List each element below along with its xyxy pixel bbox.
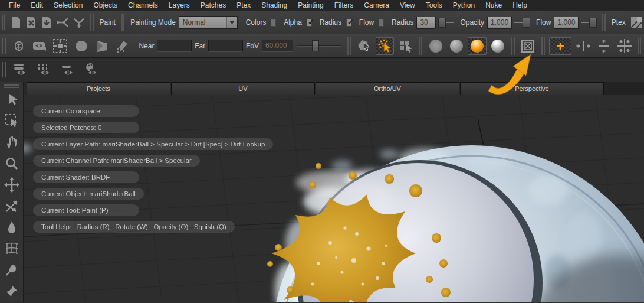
far-input[interactable] <box>208 40 243 52</box>
pan-tool-button[interactable] <box>1 132 23 153</box>
menu-patches[interactable]: Patches <box>195 0 231 11</box>
radius-input[interactable]: 30 <box>416 17 436 29</box>
close-project-button[interactable] <box>25 14 38 31</box>
select-objects-button[interactable] <box>355 37 373 55</box>
ptex-setup-button[interactable] <box>630 14 643 31</box>
airbrush-button[interactable] <box>113 37 132 55</box>
show-selected-button[interactable] <box>31 37 49 55</box>
pin-tool-button[interactable] <box>1 281 23 302</box>
menu-file[interactable]: File <box>4 0 25 11</box>
hud-tool: Current Tool: Paint (P) <box>33 204 139 216</box>
menu-objects[interactable]: Objects <box>88 0 123 11</box>
menu-shading[interactable]: Shading <box>256 0 293 11</box>
flat-shading-button[interactable] <box>426 37 445 55</box>
radius-slider-handle[interactable] <box>438 18 446 28</box>
toggle-palette-visibility-button[interactable] <box>81 61 102 79</box>
opacity-input[interactable]: 1.000 <box>487 17 512 29</box>
alpha-mask-label: Alpha <box>284 18 302 27</box>
import-project-button[interactable] <box>40 14 53 31</box>
toolbar-separator <box>511 37 515 55</box>
import-node-button[interactable] <box>55 14 70 31</box>
export-node-button[interactable] <box>72 14 86 31</box>
tab-uv[interactable]: UV <box>171 82 315 95</box>
perspective-viewport[interactable]: Current Colorspace: Selected Patches: 0 … <box>24 95 644 302</box>
menu-nuke[interactable]: Nuke <box>480 0 507 11</box>
painting-mode-select[interactable]: Normal <box>179 16 238 29</box>
flow-input[interactable]: 1.000 <box>554 17 579 29</box>
mirror-off-button[interactable] <box>549 37 571 55</box>
shape-mask-button[interactable] <box>72 37 90 55</box>
menu-camera[interactable]: Camera <box>359 0 395 11</box>
opacity-slider[interactable] <box>514 18 530 28</box>
mirror-x-button[interactable] <box>574 37 592 55</box>
flow-slider-handle[interactable] <box>589 18 597 28</box>
hud-shader: Current Shader: BRDF <box>33 171 139 183</box>
menu-filters[interactable]: Filters <box>329 0 359 11</box>
hud-selected-patches: Selected Patches: 0 <box>33 122 139 133</box>
menu-view[interactable]: View <box>395 0 420 11</box>
basic-lighting-button[interactable] <box>447 37 465 55</box>
patch-edit-button[interactable] <box>51 37 70 55</box>
canvas-snapshot-button[interactable] <box>519 37 537 55</box>
toggle-layers-visibility-button[interactable] <box>10 61 31 79</box>
toolbar-separator <box>347 37 351 55</box>
menu-ptex[interactable]: Ptex <box>231 0 256 11</box>
viewport-hud: Current Colorspace: Selected Patches: 0 … <box>33 105 273 237</box>
colors-mask-checkbox[interactable] <box>271 19 276 27</box>
opacity-slider-handle[interactable] <box>523 18 530 28</box>
toggle-patches-visibility-button[interactable] <box>34 61 55 79</box>
near-input[interactable] <box>157 40 192 52</box>
radius-slider[interactable] <box>438 18 454 28</box>
menu-tools[interactable]: Tools <box>420 0 448 11</box>
projection-button[interactable] <box>93 37 111 55</box>
marquee-select-tool-button[interactable] <box>1 110 23 132</box>
view-tabbar: Projects UV Ortho/UV Perspective <box>24 82 644 95</box>
zoom-tool-button[interactable] <box>1 153 23 174</box>
octagon-icon <box>74 39 88 53</box>
alpha-mask-checkbox[interactable] <box>307 19 312 27</box>
new-project-button[interactable] <box>9 14 22 31</box>
fov-slider-handle[interactable] <box>312 40 319 51</box>
flow-mask-checkbox[interactable] <box>379 19 384 27</box>
toolbar-separator <box>419 37 422 55</box>
environment-lighting-button[interactable] <box>489 37 507 55</box>
menu-layers[interactable]: Layers <box>163 0 195 11</box>
blur-tool-button[interactable] <box>1 217 23 238</box>
palette-eye-icon <box>83 62 100 77</box>
menu-help[interactable]: Help <box>507 0 533 11</box>
toolbar-grip[interactable] <box>2 38 6 54</box>
fov-input[interactable]: 60.000 <box>262 40 294 52</box>
menu-painting[interactable]: Painting <box>293 0 328 11</box>
full-lighting-button[interactable] <box>468 37 486 55</box>
menu-channels[interactable]: Channels <box>123 0 163 11</box>
tab-perspective[interactable]: Perspective <box>460 82 604 95</box>
tab-projects[interactable]: Projects <box>27 82 170 95</box>
fov-slider[interactable] <box>297 45 340 47</box>
radius-mask-checkbox[interactable] <box>346 19 351 27</box>
menubar: File Edit Selection Objects Channels Lay… <box>0 0 644 11</box>
patches-eye-icon <box>36 62 52 77</box>
mirror-xy-button[interactable] <box>615 37 633 55</box>
tab-ortho-uv[interactable]: Ortho/UV <box>316 82 459 95</box>
mirror-y-button[interactable] <box>594 37 613 55</box>
warp-tool-button[interactable] <box>1 238 23 259</box>
hud-object: Current Object: mariShaderBall <box>33 188 144 200</box>
select-patches-button[interactable] <box>396 37 415 55</box>
paint-tool-button[interactable] <box>376 37 394 55</box>
menu-selection[interactable]: Selection <box>48 0 88 11</box>
menu-python[interactable]: Python <box>448 0 480 11</box>
toolbar-grip[interactable] <box>2 15 5 30</box>
toolbar-grip[interactable] <box>2 62 6 77</box>
patch-select-icon <box>52 38 68 54</box>
select-tool-button[interactable] <box>1 89 23 110</box>
menu-edit[interactable]: Edit <box>25 0 48 11</box>
dropdown-button[interactable] <box>226 17 237 28</box>
wireframe-toggle-button[interactable] <box>9 37 28 55</box>
flow-slider[interactable] <box>581 18 597 28</box>
sidebar-grip[interactable] <box>4 84 19 88</box>
move-tool-button[interactable] <box>1 174 23 196</box>
slide-tool-button[interactable] <box>1 196 23 217</box>
tools-sidebar <box>0 82 24 302</box>
toggle-objects-visibility-button[interactable] <box>57 61 78 79</box>
clone-tool-button[interactable] <box>1 259 23 281</box>
